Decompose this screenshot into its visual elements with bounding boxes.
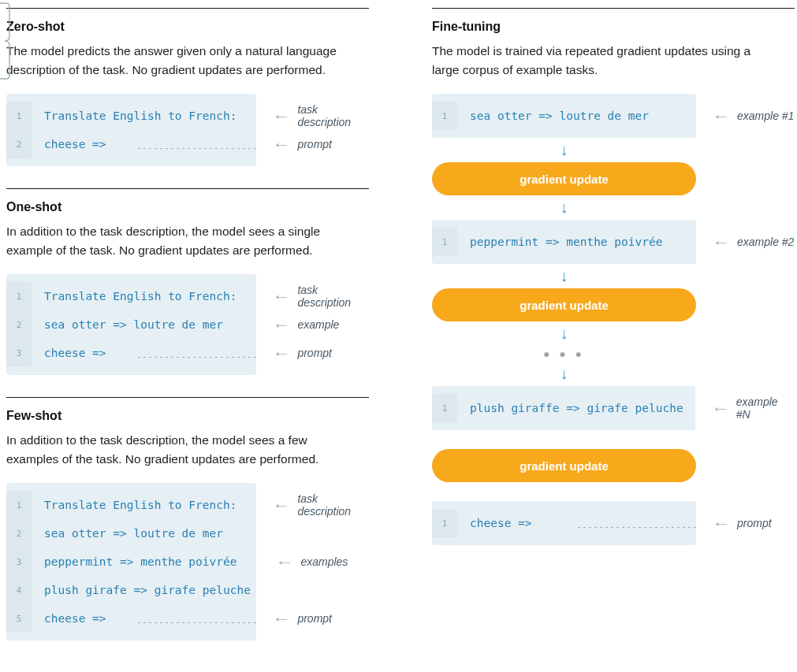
few-shot-section: Few-shot In addition to the task descrip…	[6, 397, 369, 640]
arrow-left-icon: ←	[272, 288, 291, 304]
code-text: peppermint => menthe poivrée	[32, 555, 256, 568]
arrow-left-icon: ←	[272, 108, 291, 124]
annotation-column: ←task description ←prompt	[274, 94, 369, 158]
annotation-column: ←task description ← examples ←prompt	[274, 483, 369, 633]
right-column: Fine-tuning The model is trained via rep…	[432, 8, 795, 663]
code-row: 1peppermint => menthe poivrée	[432, 228, 696, 256]
arrow-down-icon: ↓	[432, 138, 696, 162]
annotation-column: ←example #N	[713, 386, 795, 422]
code-row: 2 cheese =>	[6, 130, 256, 158]
annotation-text: task description	[297, 284, 369, 309]
section-description: In addition to the task description, the…	[6, 431, 345, 469]
line-number: 1	[6, 282, 32, 310]
annotation-text: prompt	[297, 138, 332, 150]
dotted-line	[578, 527, 696, 528]
fine-tuning-section: Fine-tuning The model is trained via rep…	[432, 8, 795, 545]
dotted-line	[138, 357, 256, 358]
annotation-text: example #1	[737, 110, 794, 122]
annotation-text: prompt	[737, 517, 772, 529]
annotation-text: task description	[297, 103, 369, 128]
section-description: The model is trained via repeated gradie…	[432, 42, 771, 80]
zero-shot-section: Zero-shot The model predicts the answer …	[6, 8, 369, 166]
line-number: 5	[6, 604, 32, 633]
fine-tuning-steps: 1sea otter => loutre de mer←example #1↓g…	[432, 94, 795, 545]
annotation-column: ←example #1	[713, 94, 794, 130]
line-number: 1	[432, 228, 457, 256]
spacer	[432, 430, 696, 449]
code-row: 1 Translate English to French:	[6, 102, 256, 130]
code-block: 1Translate English to French: 2sea otter…	[6, 274, 256, 375]
one-shot-section: One-shot In addition to the task descrip…	[6, 188, 369, 375]
section-title: Few-shot	[6, 409, 369, 423]
arrow-down-icon: ↓	[432, 362, 696, 386]
code-text: sea otter => loutre de mer	[32, 527, 256, 540]
arrow-left-icon: ←	[272, 136, 291, 152]
code-row: 1plush giraffe => girafe peluche	[432, 394, 695, 422]
code-text: peppermint => menthe poivrée	[457, 236, 696, 248]
arrow-left-icon: ←	[711, 400, 730, 416]
code-text: Translate English to French:	[32, 290, 256, 303]
line-number: 1	[6, 491, 32, 519]
section-rule	[432, 8, 795, 9]
arrow-down-icon: ↓	[432, 264, 696, 288]
section-title: Zero-shot	[6, 20, 369, 34]
line-number: 1	[6, 102, 32, 130]
gradient-update-pill: gradient update	[432, 162, 696, 195]
code-text: cheese =>	[32, 347, 135, 359]
line-number: 1	[432, 102, 457, 130]
annotation-text: example #2	[737, 236, 794, 248]
code-text: cheese =>	[32, 138, 135, 150]
arrow-left-icon: ←	[272, 317, 291, 332]
section-description: In addition to the task description, the…	[6, 222, 345, 260]
code-block: 1 Translate English to French: 2 cheese …	[6, 94, 256, 166]
section-rule	[6, 188, 369, 189]
line-number: 3	[6, 548, 32, 576]
code-block: 1Translate English to French: 2sea otter…	[6, 483, 256, 640]
ellipsis-icon: ● ● ●	[432, 346, 696, 362]
arrow-left-icon: ←	[272, 611, 291, 626]
section-rule	[6, 8, 369, 9]
line-number: 2	[6, 130, 32, 158]
section-description: The model predicts the answer given only…	[6, 42, 345, 80]
code-row: 1cheese =>	[432, 509, 696, 537]
arrow-left-icon: ←	[275, 554, 294, 570]
line-number: 4	[6, 576, 32, 604]
arrow-down-icon: ↓	[432, 195, 696, 220]
arrow-left-icon: ←	[272, 497, 291, 513]
gradient-update-pill: gradient update	[432, 449, 696, 482]
dotted-line	[138, 148, 256, 149]
annotation-text: prompt	[297, 612, 332, 625]
section-rule	[6, 397, 369, 398]
line-number: 2	[6, 519, 32, 548]
arrow-left-icon: ←	[712, 108, 731, 124]
code-text: Translate English to French:	[32, 499, 256, 511]
annotation-column: ←prompt	[713, 501, 772, 537]
code-text: sea otter => loutre de mer	[32, 318, 256, 331]
annotation-text: example	[297, 318, 339, 331]
code-text: plush girafe => girafe peluche	[32, 584, 256, 596]
code-block: 1plush giraffe => girafe peluche	[432, 386, 695, 430]
section-title: Fine-tuning	[432, 20, 795, 34]
line-number: 1	[432, 509, 457, 537]
annotation-text: example #N	[736, 395, 795, 421]
arrow-down-icon: ↓	[432, 321, 696, 346]
gradient-update-pill: gradient update	[432, 288, 696, 321]
spacer	[432, 482, 696, 501]
code-text: cheese =>	[32, 612, 135, 625]
code-text: plush giraffe => girafe peluche	[457, 402, 695, 414]
annotation-column: ←example #2	[713, 220, 794, 256]
annotation-text: task description	[297, 492, 369, 518]
code-block: 1peppermint => menthe poivrée	[432, 220, 696, 264]
dotted-line	[138, 622, 256, 623]
section-title: One-shot	[6, 200, 369, 214]
annotation-column: ←task description ←example ←prompt	[274, 274, 369, 367]
line-number: 2	[6, 310, 32, 339]
code-block: 1cheese =>	[432, 501, 696, 545]
arrow-left-icon: ←	[272, 345, 291, 361]
code-row: 1sea otter => loutre de mer	[432, 102, 696, 130]
left-column: Zero-shot The model predicts the answer …	[6, 8, 369, 663]
code-text: sea otter => loutre de mer	[457, 110, 696, 122]
arrow-left-icon: ←	[712, 515, 731, 531]
bracket-icon	[0, 0, 11, 82]
annotation-text: examples	[300, 555, 348, 568]
